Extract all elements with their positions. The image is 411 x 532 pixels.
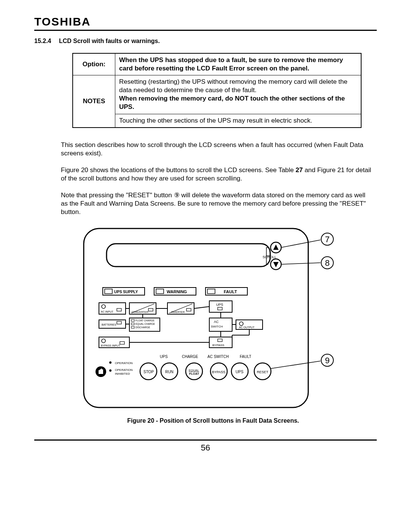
acswitch-col-label: AC SWITCH [207,355,229,359]
section-title: LCD Scroll with faults or warnings. [59,38,160,44]
ac-switch-block-b: SWITCH [211,325,223,328]
hand-icon [96,366,106,377]
scroll-up-button[interactable] [271,242,281,253]
svg-point-51 [109,361,112,364]
section-heading: 15.2.4 LCD Scroll with faults or warning… [34,38,377,45]
svg-text:RESET: RESET [257,370,269,374]
brand-logo: TOSHIBA [34,15,377,28]
section-number: 15.2.4 [34,38,51,44]
fault-label: FAULT [224,289,237,294]
page-number: 56 [34,443,377,453]
svg-rect-36 [131,320,134,321]
svg-rect-13 [207,289,215,294]
svg-point-48 [102,339,105,343]
ups-supply-label: UPS SUPPLY [114,290,138,294]
svg-text:EQUAL: EQUAL [189,369,199,372]
figure-20: SCROLL UPS SUPPLY WARNING FAULT [80,225,346,424]
paragraph-2: Figure 20 shows the locations of the but… [34,166,377,183]
svg-marker-5 [273,262,279,267]
svg-rect-1 [107,244,270,267]
paragraph-3: Note that pressing the "RESET" button ⑨ … [34,191,377,216]
svg-point-39 [239,322,243,326]
operation-led: OPERATION [115,361,133,365]
bottom-rule [34,439,377,441]
bypass-input-block: BYPASS INPUT [101,344,120,347]
panel-diagram: SCROLL UPS SUPPLY WARNING FAULT [80,225,346,411]
op-inhibited-a: OPERATION [115,368,133,372]
ac-output-block: AC OUTPUT [239,326,255,329]
warning-label: WARNING [167,289,187,294]
notes-table: Option: When the UPS has stopped due to … [72,53,362,128]
svg-marker-3 [273,244,279,250]
option-label: Option: [73,53,115,75]
ups-block: UPS [216,303,223,307]
svg-rect-22 [117,308,121,311]
op-inhibited-b: INHIBITED [115,372,130,375]
svg-rect-9 [105,289,112,294]
svg-text:FLOAT: FLOAT [189,372,199,375]
ups-col-label: UPS [160,355,168,359]
svg-line-7 [281,263,320,264]
fault-col-label: FAULT [240,355,251,359]
float-charge-label: FLOAT CHARGE [135,319,155,322]
svg-point-52 [109,369,112,372]
svg-rect-24 [148,308,153,311]
svg-rect-26 [186,308,191,311]
converter-block: CONVERTER [132,311,148,313]
discharge-label: DISCHARGE [135,326,150,329]
paragraph-1: This section describes how to scroll thr… [34,141,377,158]
equal-charge-label: EQUAL CHARGE [135,323,155,326]
svg-text:STOP: STOP [143,370,154,374]
figure-caption: Figure 20 - Position of Scroll buttons i… [80,417,346,424]
note-2: Touching the other sections of the UPS m… [115,114,362,128]
svg-rect-37 [131,323,134,325]
svg-text:BYPASS: BYPASS [212,370,225,374]
charge-col-label: CHARGE [182,355,198,359]
option-text: When the UPS has stopped due to a fault,… [115,53,362,75]
ac-switch-block-a: AC [214,320,219,324]
svg-rect-35 [117,321,121,324]
svg-rect-27 [218,307,222,310]
callout-9: 9 [325,356,330,365]
batteries-block: BATTERIES [102,323,116,326]
scroll-down-button[interactable] [271,259,281,270]
svg-line-6 [281,240,320,248]
svg-text:RUN: RUN [165,370,174,374]
svg-line-61 [270,361,320,369]
svg-rect-11 [156,289,164,294]
inverter-block: INVERTER [171,311,185,313]
svg-rect-50 [218,339,222,342]
svg-rect-38 [131,326,134,328]
callout-7: 7 [325,235,330,244]
callout-8: 8 [325,258,330,268]
svg-text:UPS: UPS [236,370,244,374]
brand-rule [34,30,377,31]
svg-rect-49 [120,342,124,344]
svg-line-20 [194,307,209,308]
svg-point-21 [102,305,105,308]
notes-label: NOTES [73,75,115,128]
ac-input-block: AC INPUT [101,310,113,313]
note-1: Resetting (restarting) the UPS without r… [115,75,362,114]
bypass-block: BYPASS [212,343,224,347]
